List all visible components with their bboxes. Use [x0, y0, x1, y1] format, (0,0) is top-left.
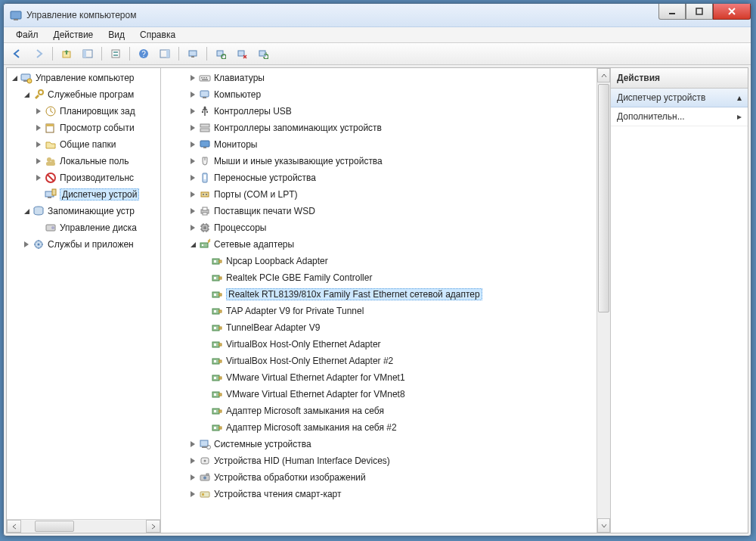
- uninstall-device-button[interactable]: [232, 45, 252, 63]
- device-item[interactable]: TAP Adapter V9 for Private Tunnel: [161, 303, 596, 319]
- expander-closed-icon[interactable]: [188, 123, 197, 132]
- device-tree[interactable]: Клавиатуры Компьютер Контроллеры USB Кон…: [161, 68, 596, 533]
- device-category[interactable]: Устройства обработки изображений: [161, 469, 596, 486]
- tree-item[interactable]: Просмотр событи: [7, 120, 160, 136]
- tree-group-storage[interactable]: Запоминающие устр: [7, 203, 160, 219]
- expander-closed-icon[interactable]: [34, 157, 43, 166]
- device-item[interactable]: Realtek RTL8139/810x Family Fast Etherne…: [161, 286, 596, 303]
- tree-item[interactable]: Общие папки: [7, 136, 160, 153]
- tree-root[interactable]: Управление компьютер: [7, 70, 160, 86]
- scroll-right-button[interactable]: [146, 520, 160, 533]
- device-item[interactable]: VMware Virtual Ethernet Adapter for VMne…: [161, 369, 596, 386]
- device-category[interactable]: Контроллеры запоминающих устройств: [161, 120, 596, 136]
- expander-closed-icon[interactable]: [34, 140, 43, 149]
- nav-back-button[interactable]: [8, 45, 27, 63]
- expander-closed-icon[interactable]: [188, 456, 197, 465]
- nav-forward-button[interactable]: [29, 45, 48, 63]
- tree-item[interactable]: Диспетчер устрой: [7, 186, 160, 203]
- device-item[interactable]: VMware Virtual Ethernet Adapter for VMne…: [161, 386, 596, 403]
- scroll-track[interactable]: [597, 82, 610, 518]
- tree-item[interactable]: Управление диска: [7, 219, 160, 236]
- device-category[interactable]: Переносные устройства: [161, 169, 596, 186]
- up-level-button[interactable]: [57, 45, 76, 63]
- expander-closed-icon[interactable]: [188, 473, 197, 482]
- menu-action[interactable]: Действие: [46, 27, 101, 42]
- expander-closed-icon[interactable]: [34, 107, 43, 116]
- device-category[interactable]: Процессоры: [161, 219, 596, 236]
- tree-group-tools[interactable]: Служебные програм: [7, 86, 160, 103]
- menu-help[interactable]: Справка: [132, 27, 183, 42]
- expander-closed-icon[interactable]: [188, 207, 197, 216]
- expander-closed-icon[interactable]: [188, 90, 197, 99]
- svg-rect-55: [201, 192, 209, 197]
- device-item[interactable]: Npcap Loopback Adapter: [161, 253, 596, 269]
- device-category[interactable]: Контроллеры USB: [161, 103, 596, 120]
- close-button[interactable]: [713, 4, 751, 20]
- device-category[interactable]: Мониторы: [161, 136, 596, 153]
- expander-closed-icon[interactable]: [188, 173, 197, 182]
- minimize-button[interactable]: [658, 4, 686, 20]
- expander-open-icon[interactable]: [22, 90, 31, 99]
- actions-section[interactable]: Диспетчер устройств ▴: [611, 89, 748, 107]
- menu-view[interactable]: Вид: [101, 27, 132, 42]
- scroll-up-button[interactable]: [597, 68, 610, 82]
- device-category[interactable]: Порты (COM и LPT): [161, 186, 596, 203]
- device-category[interactable]: Клавиатуры: [161, 70, 596, 86]
- scan-hardware-button[interactable]: [211, 45, 231, 63]
- system-icon: [199, 438, 211, 450]
- scroll-thumb[interactable]: [598, 84, 609, 312]
- toolbar-separator: [101, 47, 102, 61]
- expander-closed-icon[interactable]: [188, 490, 197, 499]
- device-category[interactable]: Мыши и иные указывающие устройства: [161, 153, 596, 169]
- scroll-thumb[interactable]: [35, 521, 74, 532]
- tree-group-services[interactable]: Службы и приложен: [7, 236, 160, 253]
- expander-closed-icon[interactable]: [188, 190, 197, 199]
- expander-open-icon[interactable]: [188, 240, 197, 249]
- menu-file[interactable]: Файл: [8, 27, 46, 42]
- expander-open-icon[interactable]: [22, 207, 31, 216]
- scroll-left-button[interactable]: [7, 520, 21, 533]
- actions-more-link[interactable]: Дополнительн... ▸: [611, 107, 748, 126]
- device-item[interactable]: Realtek PCIe GBE Family Controller: [161, 269, 596, 286]
- device-category[interactable]: Устройства чтения смарт-карт: [161, 486, 596, 502]
- device-item[interactable]: TunnelBear Adapter V9: [161, 319, 596, 336]
- console-tree[interactable]: Управление компьютер Служебные програм П…: [7, 68, 160, 519]
- device-item[interactable]: Адаптер Microsoft замыкания на себя #2: [161, 419, 596, 436]
- tree-root-label: Управление компьютер: [36, 73, 135, 83]
- update-driver-button[interactable]: [253, 45, 273, 63]
- device-item[interactable]: Адаптер Microsoft замыкания на себя: [161, 403, 596, 419]
- tree-group-label: Службы и приложен: [48, 239, 134, 250]
- help-button[interactable]: ?: [134, 45, 153, 63]
- expander-closed-icon[interactable]: [22, 240, 31, 249]
- expander-closed-icon[interactable]: [188, 157, 197, 166]
- title-bar[interactable]: Управление компьютером: [4, 4, 751, 27]
- vertical-scrollbar[interactable]: [596, 68, 610, 533]
- expander-closed-icon[interactable]: [34, 173, 43, 182]
- action-pane-button[interactable]: [155, 45, 175, 63]
- device-category-network[interactable]: Сетевые адаптеры: [161, 236, 596, 253]
- horizontal-scrollbar[interactable]: [7, 519, 160, 533]
- maximize-button[interactable]: [686, 4, 713, 20]
- scroll-down-button[interactable]: [597, 518, 610, 533]
- scroll-track[interactable]: [21, 521, 146, 532]
- device-category[interactable]: Поставщик печати WSD: [161, 203, 596, 219]
- expander-closed-icon[interactable]: [188, 107, 197, 116]
- tree-item[interactable]: Локальные поль: [7, 153, 160, 169]
- expander-closed-icon[interactable]: [188, 73, 197, 82]
- device-view-button[interactable]: [183, 45, 203, 63]
- tree-item[interactable]: Производительнс: [7, 169, 160, 186]
- device-item[interactable]: VirtualBox Host-Only Ethernet Adapter #2: [161, 353, 596, 369]
- expander-closed-icon[interactable]: [188, 140, 197, 149]
- expander-closed-icon[interactable]: [188, 223, 197, 232]
- svg-point-57: [206, 194, 207, 195]
- properties-button[interactable]: [106, 45, 125, 63]
- device-category[interactable]: Компьютер: [161, 86, 596, 103]
- expander-open-icon[interactable]: [10, 73, 19, 82]
- device-category[interactable]: Системные устройства: [161, 436, 596, 452]
- expander-closed-icon[interactable]: [188, 440, 197, 449]
- expander-closed-icon[interactable]: [34, 123, 43, 132]
- tree-item[interactable]: Планировщик зад: [7, 103, 160, 120]
- device-item[interactable]: VirtualBox Host-Only Ethernet Adapter: [161, 336, 596, 353]
- show-hide-tree-button[interactable]: [78, 45, 98, 63]
- device-category[interactable]: Устройства HID (Human Interface Devices): [161, 452, 596, 469]
